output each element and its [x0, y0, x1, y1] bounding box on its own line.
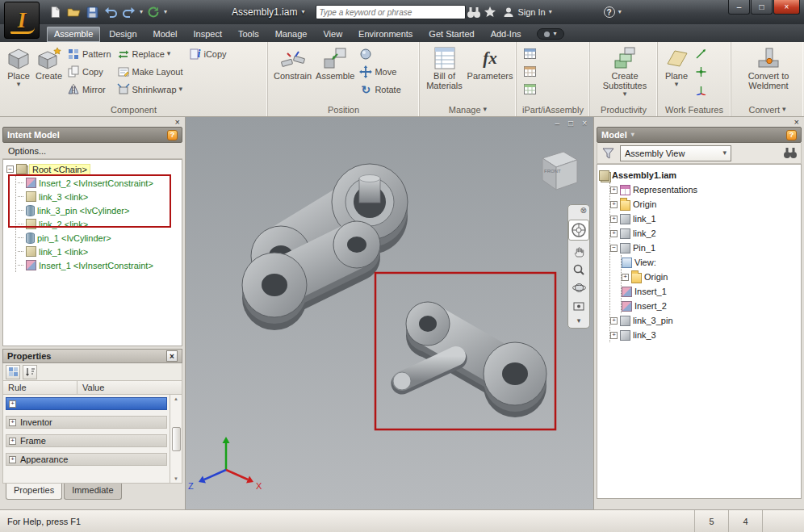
orbit-icon[interactable]: [572, 281, 586, 295]
tree-item-link-1[interactable]: link_1 <link>: [16, 245, 180, 258]
favorites-star-icon[interactable]: [482, 4, 498, 20]
expand-icon[interactable]: +: [622, 274, 629, 281]
tab-model[interactable]: Model: [146, 27, 185, 42]
tree-item-origin[interactable]: + Origin: [610, 197, 799, 212]
tree-item-link-1[interactable]: + link_1: [610, 212, 799, 226]
tree-item-link-3-pin[interactable]: + link_3_pin: [610, 313, 799, 328]
collapse-icon[interactable]: −: [610, 245, 618, 252]
expand-icon[interactable]: +: [9, 438, 16, 445]
panel-label-ipart[interactable]: iPart/iAssembly: [517, 103, 589, 116]
application-menu-button[interactable]: I: [4, 2, 40, 39]
properties-column-headers[interactable]: Rule Value: [2, 381, 182, 395]
viewport-3d[interactable]: X Z – □ × FRONT ⊗: [186, 117, 593, 509]
pattern-button[interactable]: Pattern: [65, 45, 112, 62]
tree-item-link-2[interactable]: + link_2: [610, 226, 799, 241]
help-button[interactable]: ? ▾: [604, 6, 622, 18]
chevron-down-icon[interactable]: ▾: [301, 9, 304, 15]
tree-item-insert-1[interactable]: Insert_1 <IvInsertConstraint>: [16, 258, 180, 272]
tab-add-ins[interactable]: Add-Ins: [484, 27, 529, 42]
replace-button[interactable]: Replace ▾: [115, 45, 185, 62]
scroll-up-icon[interactable]: ▲: [174, 396, 178, 401]
move-button[interactable]: Move: [358, 63, 402, 80]
intent-panel-close-icon[interactable]: ×: [175, 118, 180, 126]
tree-item-representations[interactable]: + Representations: [610, 182, 799, 197]
find-binoculars-icon[interactable]: [782, 145, 798, 161]
navbar-more-icon[interactable]: ▾: [577, 317, 581, 325]
expand-icon[interactable]: +: [610, 317, 618, 325]
maximize-button[interactable]: □: [751, 0, 773, 15]
search-binoculars-icon[interactable]: [466, 4, 482, 20]
expand-icon[interactable]: +: [610, 201, 618, 208]
make-layout-button[interactable]: Make Layout: [115, 63, 185, 80]
options-button[interactable]: Options...: [2, 143, 182, 159]
tree-item-view[interactable]: View:: [622, 255, 799, 270]
filter-icon[interactable]: [600, 145, 616, 161]
doc-close-button[interactable]: ×: [582, 119, 587, 128]
mirror-button[interactable]: Mirror: [65, 81, 112, 98]
tree-item-root[interactable]: − Root <Chain>: [5, 162, 180, 176]
work-axis-button[interactable]: [693, 45, 709, 62]
collapse-icon[interactable]: −: [6, 165, 14, 173]
tree-item-assembly-root[interactable]: Assembly1.iam: [599, 168, 799, 182]
doc-minimize-button[interactable]: –: [555, 119, 560, 128]
save-button[interactable]: [84, 4, 100, 20]
property-row-inventor[interactable]: + Inventor: [6, 416, 167, 429]
tree-item-link-3[interactable]: + link_3: [610, 328, 799, 342]
close-button[interactable]: ×: [773, 0, 800, 15]
zoom-icon[interactable]: [572, 263, 585, 276]
panel-label-work-features[interactable]: Work Features: [658, 103, 731, 116]
pan-hand-icon[interactable]: [572, 245, 585, 258]
sort-icon[interactable]: [23, 365, 37, 379]
properties-close-icon[interactable]: ×: [166, 350, 178, 362]
view-mode-select[interactable]: Assembly View ▾: [620, 145, 731, 161]
model-browser-header[interactable]: Model ▾ ?: [597, 127, 802, 143]
property-row-appearance[interactable]: + Appearance: [6, 453, 167, 466]
tree-item-link-3-pin[interactable]: link_3_pin <IvCylinder>: [16, 203, 180, 217]
work-point-button[interactable]: [693, 63, 709, 80]
undo-button[interactable]: [103, 4, 119, 20]
sign-in-button[interactable]: Sign In ▾: [503, 6, 551, 18]
tree-item-insert-2[interactable]: Insert_2 <IvInsertConstraint>: [16, 176, 180, 190]
open-button[interactable]: [65, 4, 82, 20]
expand-icon[interactable]: +: [9, 419, 16, 426]
plane-button[interactable]: Plane ▾: [663, 44, 690, 103]
tab-environments[interactable]: Environments: [351, 27, 420, 42]
rotate-button[interactable]: ↻ Rotate: [358, 81, 402, 98]
parameters-button[interactable]: fx Parameters: [467, 44, 513, 103]
tab-get-started[interactable]: Get Started: [421, 27, 481, 42]
tree-item-link-3[interactable]: link_3 <link>: [16, 190, 180, 203]
tab-manage[interactable]: Manage: [268, 27, 315, 42]
shrinkwrap-button[interactable]: Shrinkwrap ▾: [115, 81, 185, 98]
expand-icon[interactable]: +: [9, 456, 16, 463]
chevron-down-icon[interactable]: ▾: [140, 9, 143, 15]
tab-immediate[interactable]: Immediate: [64, 484, 121, 500]
tab-view[interactable]: View: [316, 27, 350, 42]
update-button[interactable]: [145, 4, 161, 20]
navbar-close-icon[interactable]: ⊗: [580, 207, 587, 215]
convert-to-weldment-button[interactable]: Convert to Weldment: [741, 44, 796, 103]
tree-item-insert-1[interactable]: Insert_1: [622, 284, 799, 299]
search-input[interactable]: [319, 8, 463, 17]
tab-tools[interactable]: Tools: [231, 27, 266, 42]
create-button[interactable]: Create: [35, 44, 63, 103]
create-substitutes-button[interactable]: Create Substitutes ▾: [597, 44, 653, 103]
doc-restore-button[interactable]: □: [568, 119, 573, 128]
new-file-button[interactable]: [47, 4, 63, 20]
copy-button[interactable]: Copy: [65, 63, 112, 80]
properties-scrollbar[interactable]: ▲ ▼: [170, 395, 182, 483]
scrollbar-thumb[interactable]: [172, 427, 181, 451]
expand-icon[interactable]: +: [9, 400, 16, 408]
create-ipart-button[interactable]: [521, 45, 538, 62]
property-row-frame[interactable]: + Frame: [6, 434, 167, 447]
expand-icon[interactable]: +: [610, 186, 618, 194]
tab-inspect[interactable]: Inspect: [186, 27, 229, 42]
bill-of-materials-button[interactable]: Bill of Materials: [425, 44, 464, 103]
help-icon[interactable]: ?: [786, 130, 797, 140]
tree-item-insert-2[interactable]: Insert_2: [622, 299, 799, 313]
expand-icon[interactable]: +: [610, 332, 618, 339]
icopy-button[interactable]: i iCopy: [186, 45, 228, 62]
panel-label-productivity[interactable]: Productivity: [590, 103, 657, 116]
scroll-down-icon[interactable]: ▼: [174, 476, 178, 481]
constrain-button[interactable]: Constrain: [273, 44, 312, 103]
place-button[interactable]: Place ▾: [5, 44, 32, 103]
